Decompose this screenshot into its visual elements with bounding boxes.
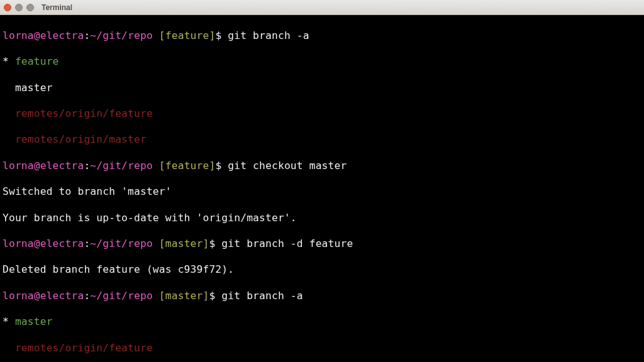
- maximize-icon[interactable]: [26, 4, 34, 11]
- close-icon[interactable]: [4, 4, 11, 11]
- prompt-line: lorna@electra:~/git/repo [feature]$ git …: [3, 30, 641, 43]
- command: git checkout master: [228, 160, 347, 172]
- prompt-userhost: lorna@electra: [3, 30, 84, 41]
- command: git branch -a: [228, 30, 309, 41]
- current-branch: feature: [15, 55, 59, 67]
- output-line: master: [3, 82, 641, 95]
- output-remote: remotes/origin/feature: [3, 342, 641, 355]
- terminal-viewport[interactable]: lorna@electra:~/git/repo [feature]$ git …: [0, 15, 644, 362]
- output-line: Switched to branch 'master': [3, 185, 641, 199]
- prompt-line: lorna@electra:~/git/repo [master]$ git b…: [3, 290, 641, 303]
- output-line: * master: [3, 315, 641, 329]
- command: git branch -a: [221, 290, 303, 302]
- window-title: Terminal: [42, 3, 72, 12]
- output-line: Your branch is up-to-date with 'origin/m…: [3, 212, 641, 225]
- prompt-line: lorna@electra:~/git/repo [feature]$ git …: [3, 160, 641, 173]
- current-branch: master: [15, 315, 53, 327]
- command: git branch -d feature: [221, 238, 353, 250]
- minimize-icon[interactable]: [15, 4, 23, 11]
- prompt-branch: [feature]: [159, 30, 216, 41]
- output-remote: remotes/origin/master: [3, 133, 641, 146]
- output-remote: remotes/origin/feature: [3, 107, 641, 121]
- output-line: * feature: [3, 55, 641, 69]
- prompt-path: ~/git/repo: [90, 30, 153, 41]
- output-line: Deleted branch feature (was c939f72).: [3, 263, 641, 277]
- prompt-line: lorna@electra:~/git/repo [master]$ git b…: [3, 238, 641, 251]
- window-titlebar[interactable]: Terminal: [0, 0, 644, 15]
